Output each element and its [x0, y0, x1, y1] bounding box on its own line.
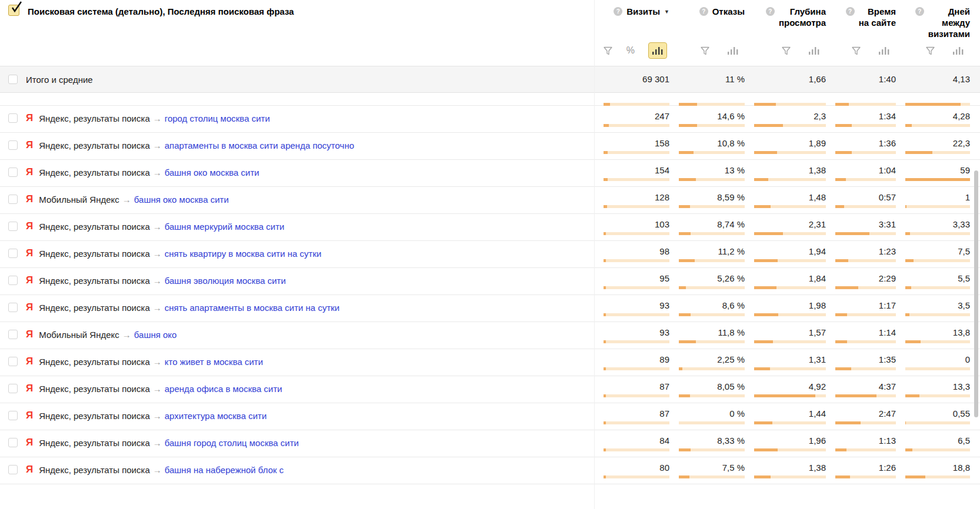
row-label-cell: Я Яндекс, результаты поиска→кто живет в … [0, 349, 594, 376]
search-phrase-link[interactable]: башня око [134, 330, 177, 340]
row-checkbox[interactable] [8, 357, 18, 366]
column-header-depth[interactable]: ? Глубина просмотра ▼ [745, 0, 826, 39]
metric-cell: 1:04 [826, 160, 896, 186]
metric-bar [835, 232, 896, 235]
metric-bar-fill [754, 394, 815, 397]
metric-bar [604, 178, 669, 181]
bar-chart-icon[interactable] [724, 42, 742, 59]
metric-value: 1,31 [745, 354, 826, 364]
metric-cell: 4,28 [896, 106, 970, 132]
row-checkbox[interactable] [8, 384, 18, 393]
row-checkbox[interactable] [8, 140, 18, 150]
search-phrase-link[interactable]: город столиц москва сити [165, 113, 270, 123]
column-header-time[interactable]: ? Время на сайте ▼ [826, 0, 896, 39]
table-row: Я Мобильный Яндекс→башня око москва сити… [0, 187, 980, 214]
help-icon[interactable]: ? [915, 7, 924, 16]
metric-bar [835, 259, 896, 262]
metric-bar-fill [835, 286, 858, 289]
row-checkbox[interactable] [8, 303, 18, 312]
metric-bar [604, 205, 669, 208]
metric-cell: 22,3 [896, 133, 970, 159]
row-checkbox[interactable] [8, 330, 18, 339]
table-row: Я Яндекс, результаты поиска→город столиц… [0, 106, 980, 133]
column-header-visits[interactable]: ? Визиты ▼ [594, 0, 669, 39]
help-icon[interactable]: ? [846, 7, 855, 16]
search-phrase-link[interactable]: снять квартиру в москва сити на сутки [165, 249, 322, 259]
bar-chart-icon[interactable] [648, 42, 667, 59]
filter-icon[interactable] [925, 46, 935, 56]
row-checkbox[interactable] [8, 411, 18, 420]
search-phrase-link[interactable]: кто живет в москва сити [165, 357, 263, 367]
search-phrase-link[interactable]: башня на набережной блок с [165, 465, 284, 475]
search-phrase-link[interactable]: башня око москва сити [134, 195, 229, 205]
metric-bar [679, 151, 745, 154]
search-phrase-link[interactable]: снять апартаменты в москва сити на сутки [165, 303, 339, 313]
metric-cell: 5,5 [896, 268, 970, 294]
vertical-scrollbar[interactable] [974, 170, 978, 417]
metric-bar [604, 259, 669, 262]
metric-bar [905, 205, 970, 208]
metric-bar [604, 124, 669, 127]
page-title: Поисковая система (детально), Последняя … [28, 5, 294, 16]
help-icon[interactable]: ? [699, 7, 708, 16]
row-checkbox[interactable] [8, 113, 18, 123]
row-checkbox[interactable] [8, 438, 18, 447]
row-checkbox[interactable] [8, 249, 18, 258]
column-header-days[interactable]: ? Дней между визитами ▼ [896, 0, 970, 39]
metric-bar [835, 475, 896, 478]
filter-icon[interactable] [700, 46, 710, 56]
metric-cell: 7,5 % [669, 457, 745, 484]
percent-icon[interactable]: % [626, 45, 635, 56]
search-phrase-link[interactable]: башня эволюция москва сити [165, 276, 286, 286]
metric-value: 1:36 [826, 138, 896, 148]
metric-bar-fill [835, 340, 847, 343]
filter-icon[interactable] [851, 46, 861, 56]
arrow-icon: → [150, 168, 165, 178]
search-phrase-link[interactable]: башня город столиц москва сити [165, 438, 299, 448]
select-all-checkbox[interactable] [8, 5, 19, 16]
metric-cell [826, 99, 896, 106]
row-checkbox[interactable] [8, 465, 18, 474]
bar-chart-icon[interactable] [805, 42, 824, 59]
search-phrase-link[interactable]: башня око москва сити [165, 168, 259, 178]
metric-bar [679, 124, 745, 127]
metric-cell [745, 99, 826, 106]
row-checkbox[interactable] [8, 168, 18, 177]
bar-chart-icon[interactable] [875, 42, 894, 59]
metrika-report-table: Поисковая система (детально), Последняя … [0, 0, 980, 509]
metric-bar-fill [835, 313, 847, 316]
search-phrase-link[interactable]: аренда офиса в москва сити [165, 384, 282, 394]
metric-bar-fill [835, 367, 851, 370]
row-checkbox[interactable] [8, 222, 18, 231]
row-label-cell: Я Яндекс, результаты поиска→аренда офиса… [0, 376, 594, 403]
metric-cell: 2:29 [826, 268, 896, 294]
row-checkbox[interactable] [8, 195, 18, 204]
search-phrase-link[interactable]: архитектура москва сити [165, 411, 267, 421]
metric-bar-fill [835, 205, 844, 208]
table-header: Поисковая система (детально), Последняя … [0, 0, 980, 34]
metric-bar-fill [604, 103, 610, 106]
metric-cell: 13,3 [896, 376, 970, 403]
row-text: Яндекс, результаты поиска→город столиц м… [39, 113, 270, 124]
metric-bar [754, 259, 826, 262]
metric-bar-fill [905, 313, 909, 316]
help-icon[interactable]: ? [766, 7, 775, 16]
column-header-bounce[interactable]: ? Отказы ▼ [669, 0, 745, 39]
metric-bar [754, 178, 826, 181]
metric-bar-fill [905, 124, 912, 127]
search-phrase-link[interactable]: башня меркурий москва сити [165, 222, 285, 232]
filter-icon[interactable] [603, 46, 613, 56]
sort-desc-icon: ▼ [664, 6, 669, 15]
search-phrase-link[interactable]: апартаменты в москва сити аренда посуточ… [165, 140, 354, 150]
metric-bar-fill [679, 286, 686, 289]
metric-bar-fill [835, 394, 876, 397]
metric-bar-fill [604, 124, 609, 127]
totals-checkbox[interactable] [8, 75, 18, 84]
metric-bar-fill [835, 259, 848, 262]
row-checkbox[interactable] [8, 276, 18, 285]
yandex-icon: Я [26, 302, 33, 313]
help-icon[interactable]: ? [614, 7, 622, 16]
bar-chart-icon[interactable] [949, 42, 968, 59]
filter-icon[interactable] [781, 46, 791, 56]
metric-value: 4,28 [896, 111, 970, 121]
